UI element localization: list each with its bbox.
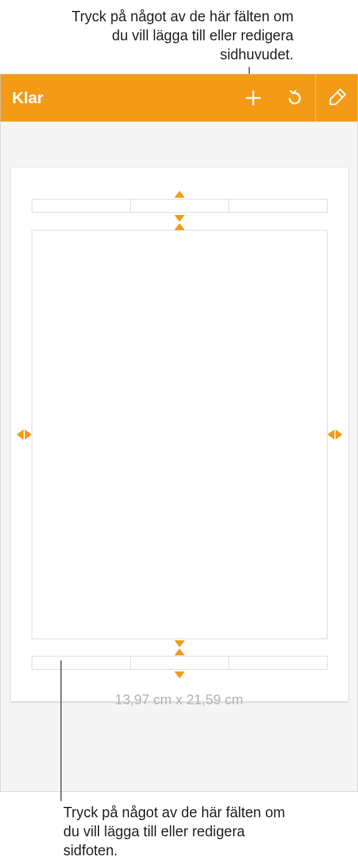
toolbar: Klar (1, 74, 357, 122)
margin-handle-footer-gap-up[interactable] (174, 648, 185, 655)
footer-fields-row (32, 656, 327, 670)
undo-icon (284, 88, 305, 108)
callout-footer-leader (60, 661, 62, 801)
plus-icon (243, 88, 263, 108)
callout-header-text: Tryck på något av de här fälten om du vi… (63, 7, 294, 64)
header-field-right[interactable] (229, 199, 327, 212)
margin-handle-right-outer[interactable] (336, 429, 342, 440)
done-button[interactable]: Klar (1, 89, 43, 107)
help-figure: Tryck på något av de här fälten om du vi… (0, 0, 358, 868)
header-field-center[interactable] (131, 199, 229, 212)
add-button[interactable] (233, 74, 274, 122)
margin-handle-right-inner[interactable] (327, 429, 334, 440)
header-fields-row (32, 199, 327, 213)
body-content-area[interactable] (32, 230, 327, 639)
footer-field-right[interactable] (229, 656, 327, 669)
footer-field-center[interactable] (131, 656, 229, 669)
margin-handle-top-outer[interactable] (174, 191, 185, 198)
page-dimensions-label: 13,97 cm x 21,59 cm (0, 692, 358, 708)
margin-handle-header-gap-up[interactable] (174, 223, 185, 230)
app-window: Klar (0, 74, 358, 792)
format-brush-button[interactable] (316, 74, 357, 122)
undo-button[interactable] (274, 74, 315, 122)
footer-field-left[interactable] (32, 656, 131, 669)
margin-handle-header-gap-down[interactable] (174, 215, 185, 222)
format-brush-icon (326, 87, 348, 109)
document-canvas (1, 122, 357, 791)
header-field-left[interactable] (32, 199, 131, 212)
document-page[interactable] (11, 168, 348, 701)
margin-handle-left-outer[interactable] (17, 429, 24, 440)
margin-handle-left-inner[interactable] (25, 429, 32, 440)
margin-handle-bottom-outer[interactable] (174, 671, 185, 678)
callout-footer-text: Tryck på något av de här fälten om du vi… (63, 803, 294, 860)
svg-line-2 (337, 92, 342, 97)
margin-handle-footer-gap-down[interactable] (174, 640, 185, 647)
